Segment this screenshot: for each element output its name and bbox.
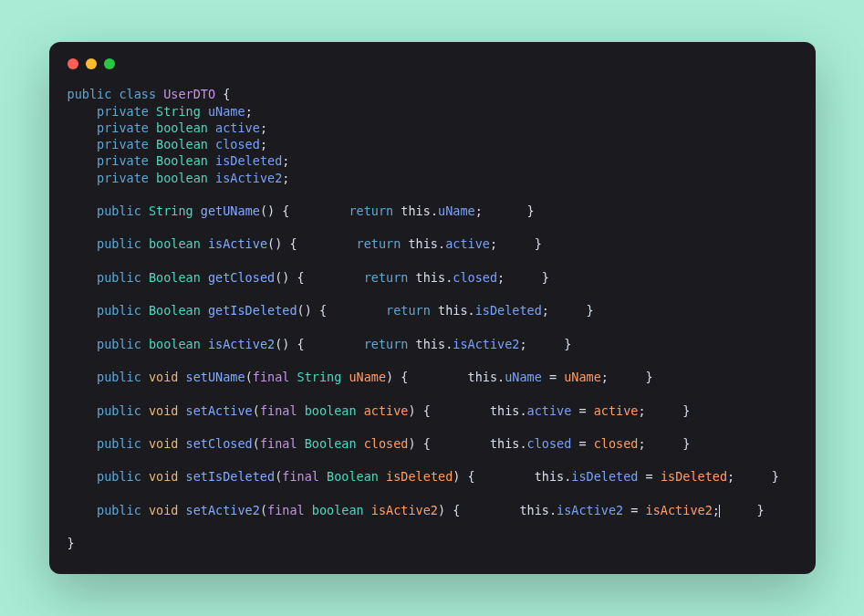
code-line [68, 452, 797, 468]
code-window: public class UserDTO { private String uN… [49, 42, 816, 573]
code-line: public Boolean getIsDeleted() { return t… [68, 302, 797, 318]
code-line [68, 518, 797, 535]
code-line [68, 352, 797, 369]
code-line: private Boolean isDeleted; [68, 152, 797, 169]
code-line [68, 385, 797, 402]
code-line: private boolean active; [68, 120, 797, 136]
minimize-icon[interactable] [86, 58, 97, 69]
code-line: private String uName; [68, 103, 797, 120]
code-line: } [68, 535, 797, 551]
code-line [68, 186, 797, 203]
code-line [68, 219, 797, 235]
code-line: public void setActive(final boolean acti… [68, 402, 797, 419]
close-icon[interactable] [68, 58, 78, 69]
code-line: public void setActive2(final boolean isA… [68, 502, 797, 518]
code-line: public void setIsDeleted(final Boolean i… [68, 468, 797, 485]
window-titlebar [68, 58, 797, 69]
maximize-icon[interactable] [104, 58, 115, 69]
code-line: public Boolean getClosed() { return this… [68, 269, 797, 286]
code-line: private boolean isActive2; [68, 170, 797, 186]
code-line [68, 319, 797, 336]
code-line [68, 485, 797, 502]
code-line: public String getUName() { return this.u… [68, 203, 797, 219]
code-line: public boolean isActive() { return this.… [68, 235, 797, 252]
code-line: private Boolean closed; [68, 136, 797, 152]
code-line [68, 253, 797, 269]
code-line: public void setUName(final String uName)… [68, 369, 797, 385]
code-line: public boolean isActive2() { return this… [68, 336, 797, 352]
code-line: public void setClosed(final Boolean clos… [68, 435, 797, 452]
code-line: public class UserDTO { [68, 86, 797, 102]
code-line [68, 286, 797, 302]
code-line [68, 419, 797, 435]
code-block: public class UserDTO { private String uN… [68, 86, 797, 551]
